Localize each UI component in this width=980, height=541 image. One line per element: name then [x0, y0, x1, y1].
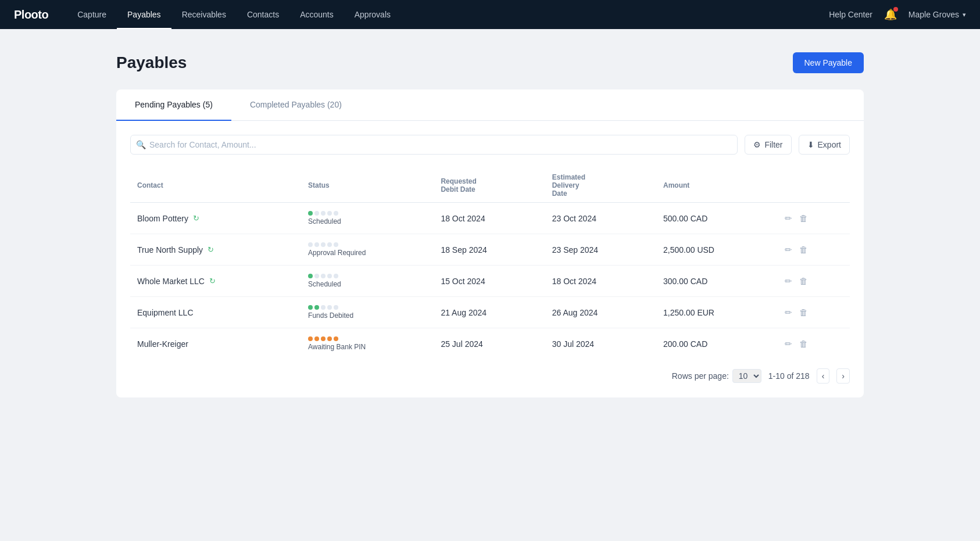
status-dot [314, 336, 319, 341]
filter-button[interactable]: ⚙ Filter [745, 135, 791, 155]
status-dot [314, 211, 319, 216]
status-label: Approval Required [308, 249, 427, 257]
status-dot [314, 274, 319, 278]
cell-amount: 200.00 CAD [656, 328, 777, 360]
status-dot [308, 305, 313, 310]
help-center-link[interactable]: Help Center [829, 10, 872, 19]
cell-delivery-date: 23 Sep 2024 [545, 234, 656, 266]
new-payable-button[interactable]: New Payable [793, 52, 864, 73]
status-dot [308, 274, 313, 278]
search-input[interactable] [130, 135, 738, 155]
nav-receivables[interactable]: Receivables [171, 0, 237, 29]
col-actions [777, 169, 850, 203]
cell-contact: Bloom Pottery↻ [130, 203, 301, 234]
edit-button[interactable]: ✏ [784, 212, 793, 225]
chevron-down-icon: ▾ [963, 11, 966, 19]
status-dot [308, 242, 313, 247]
next-page-button[interactable]: › [836, 368, 850, 384]
delete-button[interactable]: 🗑 [798, 275, 809, 287]
delete-button[interactable]: 🗑 [798, 243, 809, 256]
cell-contact: Muller-Kreiger [130, 328, 301, 360]
notification-bell[interactable]: 🔔 [884, 8, 897, 21]
cell-debit-date: 15 Oct 2024 [434, 266, 545, 297]
sync-icon: ↻ [209, 277, 216, 285]
search-icon: 🔍 [136, 140, 146, 149]
table-row: Muller-KreigerAwaiting Bank PIN25 Jul 20… [130, 328, 850, 360]
status-label: Funds Debited [308, 311, 427, 320]
status-label: Scheduled [308, 280, 427, 288]
cell-delivery-date: 30 Jul 2024 [545, 328, 656, 360]
status-dot [308, 211, 313, 216]
status-dot [334, 274, 338, 278]
export-icon: ⬇ [807, 140, 814, 149]
rows-per-page-select[interactable]: 10 25 50 [732, 369, 761, 383]
status-dot [327, 305, 332, 310]
edit-button[interactable]: ✏ [784, 338, 793, 350]
status-dot [321, 274, 326, 278]
main-content: Payables New Payable Pending Payables (5… [0, 29, 980, 421]
filter-icon: ⚙ [753, 140, 761, 149]
filter-label: Filter [764, 140, 782, 149]
status-dot [314, 305, 319, 310]
tabs: Pending Payables (5) Completed Payables … [116, 89, 864, 121]
status-dot [334, 336, 338, 341]
status-dot [321, 305, 326, 310]
payables-table: Contact Status RequestedDebit Date Estim… [130, 169, 850, 359]
nav-accounts[interactable]: Accounts [289, 0, 344, 29]
cell-delivery-date: 18 Oct 2024 [545, 266, 656, 297]
nav-payables[interactable]: Payables [117, 0, 171, 29]
cell-actions: ✏ 🗑 [777, 234, 850, 266]
cell-amount: 500.00 CAD [656, 203, 777, 234]
status-dot [321, 211, 326, 216]
delete-button[interactable]: 🗑 [798, 212, 809, 224]
cell-actions: ✏ 🗑 [777, 328, 850, 360]
status-dot [321, 336, 326, 341]
cell-contact: Equipment LLC [130, 297, 301, 328]
payables-card: Pending Payables (5) Completed Payables … [116, 89, 864, 397]
status-dot [327, 242, 332, 247]
navbar-right: Help Center 🔔 Maple Groves ▾ [829, 8, 966, 21]
table-row: True North Supply↻Approval Required18 Se… [130, 234, 850, 266]
tab-pending-payables[interactable]: Pending Payables (5) [116, 89, 231, 121]
cell-actions: ✏ 🗑 [777, 266, 850, 297]
status-dot [334, 242, 338, 247]
col-amount: Amount [656, 169, 777, 203]
page-title: Payables [116, 53, 187, 72]
cell-amount: 300.00 CAD [656, 266, 777, 297]
sync-icon: ↻ [208, 245, 214, 254]
delete-button[interactable]: 🗑 [798, 306, 809, 318]
status-dot [308, 336, 313, 341]
rows-per-page-label: Rows per page: [672, 371, 729, 381]
status-dot [321, 242, 326, 247]
col-delivery-date: EstimatedDeliveryDate [545, 169, 656, 203]
nav-links: Capture Payables Receivables Contacts Ac… [67, 0, 829, 29]
cell-status: Scheduled [301, 203, 434, 234]
table-header: Contact Status RequestedDebit Date Estim… [130, 169, 850, 203]
export-label: Export [818, 140, 841, 149]
nav-approvals[interactable]: Approvals [344, 0, 401, 29]
status-dot [327, 274, 332, 278]
tab-completed-payables[interactable]: Completed Payables (20) [231, 89, 360, 121]
status-dot [327, 336, 332, 341]
rows-per-page: Rows per page: 10 25 50 [672, 369, 761, 383]
cell-debit-date: 18 Oct 2024 [434, 203, 545, 234]
brand-logo[interactable]: Plooto [14, 8, 48, 22]
prev-page-button[interactable]: ‹ [817, 368, 830, 384]
nav-contacts[interactable]: Contacts [237, 0, 289, 29]
edit-button[interactable]: ✏ [784, 275, 793, 288]
edit-button[interactable]: ✏ [784, 306, 793, 319]
table-row: Bloom Pottery↻Scheduled18 Oct 202423 Oct… [130, 203, 850, 234]
cell-delivery-date: 26 Aug 2024 [545, 297, 656, 328]
delete-button[interactable]: 🗑 [798, 338, 809, 350]
page-info: 1-10 of 218 [768, 371, 810, 381]
status-dot [334, 211, 338, 216]
edit-button[interactable]: ✏ [784, 243, 793, 256]
nav-capture[interactable]: Capture [67, 0, 117, 29]
col-debit-date: RequestedDebit Date [434, 169, 545, 203]
cell-debit-date: 25 Jul 2024 [434, 328, 545, 360]
export-button[interactable]: ⬇ Export [799, 135, 850, 155]
status-label: Scheduled [308, 217, 427, 225]
user-menu[interactable]: Maple Groves ▾ [909, 10, 966, 19]
search-wrapper: 🔍 [130, 135, 738, 155]
cell-contact: Whole Market LLC↻ [130, 266, 301, 297]
